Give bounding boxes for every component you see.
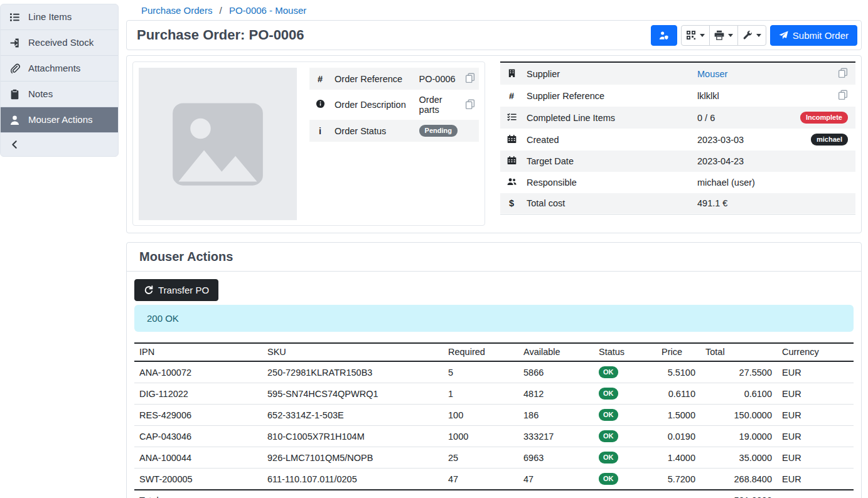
admin-user-roles-button[interactable]	[651, 25, 677, 46]
hash-icon: #	[500, 85, 523, 107]
user-badge: michael	[811, 134, 848, 146]
field-value: 0 / 6	[694, 107, 786, 129]
footer-total-label: Total	[134, 490, 262, 498]
cell-ipn: RES-429006	[134, 405, 262, 426]
total-cost-row: $ Total cost 491.1 €	[500, 193, 855, 213]
table-row: CAP-043046 810-C1005X7R1H104M 1000 33321…	[134, 426, 854, 447]
print-actions-button[interactable]	[709, 25, 738, 46]
building-icon	[507, 68, 517, 78]
user-icon	[9, 115, 20, 125]
cell-available: 4812	[518, 383, 594, 405]
calendar-icon	[507, 134, 517, 144]
responsible-row: Responsible michael (user)	[500, 172, 855, 193]
field-label: Supplier Reference	[523, 85, 694, 107]
cell-sku: 611-110.107.011/0205	[262, 469, 443, 490]
cell-total: 268.8400	[700, 469, 777, 490]
table-row: ANA-100072 250-72981KLRATR150B3 5 5866 O…	[134, 361, 854, 383]
cell-available: 5866	[518, 361, 594, 383]
calendar-icon	[507, 156, 517, 165]
sidebar-collapse-button[interactable]	[1, 133, 118, 156]
list-icon	[9, 12, 20, 23]
order-actions-button[interactable]	[737, 25, 766, 46]
cell-available: 47	[518, 469, 594, 490]
user-shield-icon	[659, 31, 668, 40]
col-header-total: Total	[700, 343, 777, 361]
footer-total-value: 501.0000	[700, 490, 777, 498]
order-attributes-panel: Supplier Mouser # Supplier Reference lkl…	[500, 61, 855, 215]
col-header-available: Available	[518, 343, 594, 361]
order-status-row: i Order Status Pending	[309, 120, 479, 142]
title-actions: Submit Order	[651, 25, 857, 46]
panel-body: Transfer PO 200 OK IPN SKU Required Avai…	[127, 272, 861, 498]
field-value: 2023-04-23	[694, 151, 786, 172]
copy-icon[interactable]	[465, 99, 475, 109]
qr-code-icon	[686, 30, 696, 40]
cell-available: 186	[518, 405, 594, 426]
table-footer-row: Total 501.0000	[134, 490, 854, 498]
page-title: Purchase Order: PO-0006	[137, 27, 304, 43]
cell-currency: EUR	[777, 361, 854, 383]
field-value: Order parts	[415, 90, 461, 120]
toolbar-button-group	[681, 25, 766, 46]
status-ok-badge: OK	[599, 452, 618, 464]
dollar-icon: $	[500, 193, 523, 213]
target-date-row: Target Date 2023-04-23	[500, 151, 855, 172]
tools-icon	[742, 30, 753, 40]
cell-required: 47	[443, 469, 518, 490]
copy-icon[interactable]	[838, 68, 848, 78]
copy-icon[interactable]	[838, 90, 848, 100]
transfer-po-button[interactable]: Transfer PO	[134, 279, 218, 301]
col-header-price: Price	[656, 343, 700, 361]
field-value: lklklkl	[694, 85, 786, 107]
breadcrumb-purchase-orders[interactable]: Purchase Orders	[141, 5, 212, 16]
order-image-placeholder	[139, 68, 297, 220]
sidebar-item-label: Attachments	[28, 62, 80, 75]
sidebar-item-notes[interactable]: Notes	[1, 82, 118, 107]
table-row: DIG-112022 595-SN74HCS74QPWRQ1 1 4812 OK…	[134, 383, 854, 405]
field-label: Target Date	[523, 151, 694, 172]
barcode-actions-button[interactable]	[681, 25, 710, 46]
order-reference-row: # Order Reference PO-0006	[309, 68, 479, 90]
sidebar-item-received-stock[interactable]: Received Stock	[1, 30, 118, 56]
sidebar-item-line-items[interactable]: Line Items	[1, 4, 118, 30]
field-label: Responsible	[523, 172, 694, 193]
table-header-row: IPN SKU Required Available Status Price …	[134, 343, 854, 361]
cell-required: 25	[443, 447, 518, 469]
cell-currency: EUR	[777, 383, 854, 405]
cell-price: 0.6110	[656, 383, 700, 405]
cell-required: 1	[443, 383, 518, 405]
order-description-row: Order Description Order parts	[309, 90, 479, 120]
cell-ipn: SWT-200005	[134, 469, 262, 490]
status-ok-badge: OK	[599, 473, 618, 485]
col-header-ipn: IPN	[134, 343, 262, 361]
caret-down-icon	[728, 34, 733, 37]
breadcrumb-current-order[interactable]: PO-0006 - Mouser	[229, 5, 306, 16]
cell-ipn: ANA-100072	[134, 361, 262, 383]
sidebar-item-mouser-actions[interactable]: Mouser Actions	[1, 107, 118, 133]
page-titlebar: Purchase Order: PO-0006	[126, 20, 862, 50]
cell-ipn: ANA-100044	[134, 447, 262, 469]
chevron-left-icon	[9, 139, 20, 150]
cell-total: 19.0000	[700, 426, 777, 447]
status-alert: 200 OK	[134, 305, 854, 332]
copy-icon[interactable]	[465, 73, 475, 83]
field-value: michael (user)	[694, 172, 786, 193]
transfer-po-label: Transfer PO	[158, 285, 209, 295]
field-value: PO-0006	[415, 68, 461, 90]
cell-price: 0.0190	[656, 426, 700, 447]
sidebar-item-label: Notes	[28, 88, 53, 100]
cell-total: 27.5500	[700, 361, 777, 383]
sidebar-item-attachments[interactable]: Attachments	[1, 56, 118, 82]
cell-required: 100	[443, 405, 518, 426]
cell-sku: 595-SN74HCS74QPWRQ1	[262, 383, 443, 405]
supplier-link[interactable]: Mouser	[697, 69, 727, 79]
paperclip-icon	[9, 63, 20, 74]
submit-order-button[interactable]: Submit Order	[770, 25, 857, 46]
cell-sku: 810-C1005X7R1H104M	[262, 426, 443, 447]
field-label: Supplier	[523, 63, 694, 85]
app: Line Items Received Stock Attachments No…	[0, 0, 868, 498]
submit-order-label: Submit Order	[793, 31, 849, 40]
sidebar: Line Items Received Stock Attachments No…	[0, 0, 122, 498]
cell-required: 1000	[443, 426, 518, 447]
cell-sku: 652-3314Z-1-503E	[262, 405, 443, 426]
